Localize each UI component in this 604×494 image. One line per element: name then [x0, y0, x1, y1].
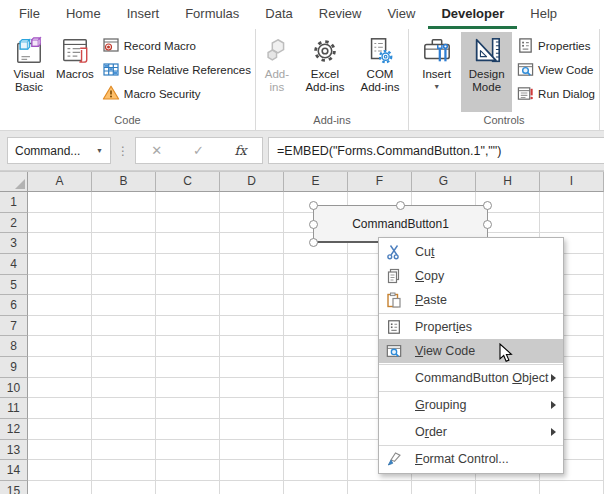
column-header-B[interactable]: B [92, 172, 156, 192]
cell-A9[interactable] [28, 357, 92, 378]
cell-B1[interactable] [92, 192, 156, 213]
resize-handle-top-left[interactable] [309, 201, 318, 210]
cell-E14[interactable] [284, 460, 348, 481]
column-header-I[interactable]: I [540, 172, 604, 192]
cell-E13[interactable] [284, 440, 348, 461]
cell-B12[interactable] [92, 419, 156, 440]
column-header-G[interactable]: G [412, 172, 476, 192]
cell-B3[interactable] [92, 233, 156, 254]
row-header-2[interactable]: 2 [0, 213, 28, 234]
select-all-button[interactable] [0, 172, 28, 192]
macro-security-button[interactable]: Macro Security [98, 83, 255, 105]
cell-A14[interactable] [28, 460, 92, 481]
menu-item-order[interactable]: Order [379, 420, 563, 444]
cell-A4[interactable] [28, 254, 92, 275]
visual-basic-button[interactable]: Visual Basic [7, 32, 51, 112]
enter-icon[interactable]: ✓ [193, 143, 204, 158]
cell-B5[interactable] [92, 275, 156, 296]
cell-B11[interactable] [92, 398, 156, 419]
cell-B9[interactable] [92, 357, 156, 378]
menu-item-view-code[interactable]: View Code [379, 339, 563, 363]
cell-A8[interactable] [28, 336, 92, 357]
tab-data[interactable]: Data [252, 0, 305, 29]
menu-item-grouping[interactable]: Grouping [379, 393, 563, 417]
add-ins-button[interactable]: Add-ins [257, 32, 297, 112]
cell-E10[interactable] [284, 378, 348, 399]
cell-A13[interactable] [28, 440, 92, 461]
row-header-10[interactable]: 10 [0, 378, 28, 399]
cell-C7[interactable] [156, 316, 220, 337]
cell-E12[interactable] [284, 419, 348, 440]
cell-A12[interactable] [28, 419, 92, 440]
cell-B8[interactable] [92, 336, 156, 357]
row-header-9[interactable]: 9 [0, 357, 28, 378]
cell-C12[interactable] [156, 419, 220, 440]
cell-D14[interactable] [220, 460, 284, 481]
menu-item-commandbutton-object[interactable]: CommandButton Object [379, 366, 563, 390]
cell-A3[interactable] [28, 233, 92, 254]
cell-C3[interactable] [156, 233, 220, 254]
cell-C14[interactable] [156, 460, 220, 481]
cell-E15[interactable] [284, 481, 348, 494]
formula-bar-splitter-icon[interactable]: ⋮ [117, 144, 129, 158]
cell-A10[interactable] [28, 378, 92, 399]
properties-button[interactable]: Properties [513, 35, 599, 57]
com-add-ins-button[interactable]: COM Add-ins [353, 32, 407, 112]
insert-control-button[interactable]: Insert ▼ [414, 32, 459, 112]
column-header-H[interactable]: H [476, 172, 540, 192]
cell-E4[interactable] [284, 254, 348, 275]
cell-B13[interactable] [92, 440, 156, 461]
cancel-icon[interactable]: ✕ [151, 143, 162, 158]
cell-A2[interactable] [28, 213, 92, 234]
row-header-13[interactable]: 13 [0, 440, 28, 461]
row-header-7[interactable]: 7 [0, 316, 28, 337]
tab-help[interactable]: Help [517, 0, 570, 29]
name-box-dropdown-icon[interactable]: ▼ [96, 147, 103, 154]
use-relative-references-button[interactable]: Use Relative References [98, 59, 255, 81]
design-mode-button[interactable]: Design Mode [461, 32, 512, 112]
cell-D4[interactable] [220, 254, 284, 275]
column-header-A[interactable]: A [28, 172, 92, 192]
cell-D6[interactable] [220, 295, 284, 316]
cell-C13[interactable] [156, 440, 220, 461]
cell-D12[interactable] [220, 419, 284, 440]
menu-item-format-control[interactable]: Format Control... [379, 447, 563, 471]
cell-E8[interactable] [284, 336, 348, 357]
cell-B6[interactable] [92, 295, 156, 316]
cell-I1[interactable] [540, 192, 604, 213]
cell-C4[interactable] [156, 254, 220, 275]
cell-E7[interactable] [284, 316, 348, 337]
row-header-8[interactable]: 8 [0, 336, 28, 357]
cell-E9[interactable] [284, 357, 348, 378]
cell-A7[interactable] [28, 316, 92, 337]
cell-C8[interactable] [156, 336, 220, 357]
tab-formulas[interactable]: Formulas [172, 0, 252, 29]
cell-A15[interactable] [28, 481, 92, 494]
tab-insert[interactable]: Insert [114, 0, 173, 29]
menu-item-cut[interactable]: Cut [379, 240, 563, 264]
cell-C6[interactable] [156, 295, 220, 316]
cell-C1[interactable] [156, 192, 220, 213]
cell-D1[interactable] [220, 192, 284, 213]
menu-item-copy[interactable]: Copy [379, 264, 563, 288]
column-header-E[interactable]: E [284, 172, 348, 192]
resize-handle-top-right[interactable] [483, 201, 492, 210]
cell-E6[interactable] [284, 295, 348, 316]
insert-dropdown-icon[interactable]: ▼ [433, 83, 440, 90]
resize-handle-middle-right[interactable] [483, 220, 492, 229]
cell-B2[interactable] [92, 213, 156, 234]
cell-D15[interactable] [220, 481, 284, 494]
cell-C2[interactable] [156, 213, 220, 234]
menu-item-properties[interactable]: Properties [379, 315, 563, 339]
cell-E11[interactable] [284, 398, 348, 419]
cell-C11[interactable] [156, 398, 220, 419]
view-code-button[interactable]: View Code [513, 59, 599, 81]
cell-C9[interactable] [156, 357, 220, 378]
cell-D13[interactable] [220, 440, 284, 461]
cell-D10[interactable] [220, 378, 284, 399]
cell-A6[interactable] [28, 295, 92, 316]
cell-D11[interactable] [220, 398, 284, 419]
cell-F15[interactable] [348, 481, 412, 494]
column-header-C[interactable]: C [156, 172, 220, 192]
cell-B7[interactable] [92, 316, 156, 337]
